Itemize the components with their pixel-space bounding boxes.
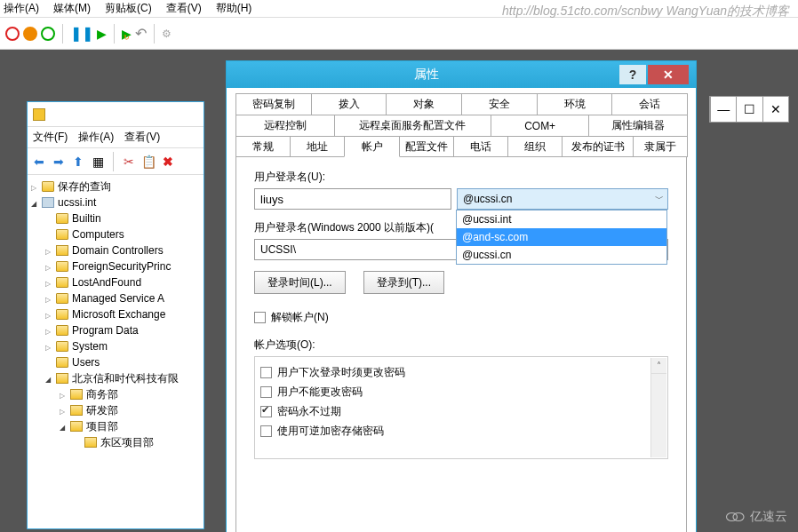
pause-icon[interactable]: ❚❚	[70, 25, 93, 42]
tree-ou[interactable]: 商务部	[86, 387, 118, 402]
account-tab-body: 用户登录名(U): @ucssi.cn ﹀ @ucssi.int @and-sc…	[235, 157, 687, 532]
tab-address[interactable]: 地址	[290, 136, 345, 157]
logon-to-button[interactable]: 登录到(T)...	[363, 271, 444, 294]
tree-container[interactable]: LostAndFound	[72, 276, 141, 289]
tree-container[interactable]: Microsoft Exchange	[72, 308, 165, 321]
copy-icon[interactable]: 📋	[140, 154, 156, 170]
menu-action[interactable]: 操作(A)	[4, 1, 39, 16]
up-icon[interactable]: ⬆	[70, 154, 86, 170]
upn-suffix-dropdown[interactable]: @ucssi.int @and-sc.com @ucssi.cn	[456, 210, 667, 265]
tree-ou[interactable]: 东区项目部	[100, 435, 154, 450]
menu-view[interactable]: 查看(V)	[166, 1, 202, 16]
sam-domain: UCSSI\	[254, 239, 466, 260]
opt-label: 使用可逆加密存储密码	[277, 424, 384, 439]
tree-view[interactable]: 保存的查询 ucssi.int Builtin Computers Domain…	[28, 175, 203, 454]
tab-sessions[interactable]: 会话	[611, 93, 688, 115]
tab-organization[interactable]: 组织	[507, 136, 563, 157]
account-options-list[interactable]: 用户下次登录时须更改密码 用户不能更改密码 密码永不过期 使用可逆加密存储密码 …	[254, 356, 668, 459]
separator	[154, 24, 155, 44]
tab-security[interactable]: 安全	[461, 93, 538, 115]
forward-icon[interactable]: ➡	[51, 154, 67, 170]
tab-telephones[interactable]: 电话	[453, 136, 508, 157]
opt-checkbox[interactable]	[260, 406, 272, 417]
tab-member-of[interactable]: 隶属于	[633, 136, 688, 157]
user-properties-dialog: 属性 ? ✕ 密码复制 拨入 对象 安全 环境 会话 远程控制 远程桌面服务配置…	[226, 60, 697, 532]
tab-complus[interactable]: COM+	[491, 115, 590, 136]
tab-password-replication[interactable]: 密码复制	[235, 93, 312, 115]
tab-account[interactable]: 帐户	[344, 136, 399, 157]
scroll-up-icon[interactable]: ˄	[651, 358, 666, 374]
tree-container[interactable]: Builtin	[72, 212, 101, 225]
upn-suffix-combo[interactable]: @ucssi.cn ﹀ @ucssi.int @and-sc.com @ucss…	[457, 188, 668, 210]
separator	[114, 24, 115, 44]
tab-rds-profile[interactable]: 远程桌面服务配置文件	[334, 115, 491, 136]
menu-help[interactable]: 帮助(H)	[216, 1, 252, 16]
dialog-title: 属性	[234, 67, 619, 83]
opt-checkbox[interactable]	[260, 425, 272, 437]
menu-file[interactable]: 文件(F)	[33, 130, 68, 145]
tab-general[interactable]: 常规	[235, 136, 291, 157]
tab-object[interactable]: 对象	[386, 93, 462, 115]
tree-container[interactable]: Managed Service A	[72, 292, 164, 305]
menu-media[interactable]: 媒体(M)	[53, 1, 91, 16]
window-icon	[33, 108, 45, 121]
unlock-checkbox[interactable]	[254, 312, 266, 323]
tab-dialin[interactable]: 拨入	[311, 93, 387, 115]
tree-container[interactable]: System	[72, 340, 108, 353]
scrollbar[interactable]: ˄	[650, 358, 666, 457]
tree-ou-root[interactable]: 北京信和时代科技有限	[72, 371, 179, 386]
unlock-label: 解锁帐户(N)	[271, 310, 329, 325]
opt-checkbox[interactable]	[260, 367, 272, 378]
menu-view[interactable]: 查看(V)	[124, 130, 160, 145]
back-icon[interactable]: ⬅	[31, 154, 47, 170]
opt-label: 用户下次登录时须更改密码	[277, 365, 405, 380]
separator	[113, 152, 114, 171]
opt-label: 密码永不过期	[277, 404, 341, 419]
cut-icon[interactable]: ✂	[121, 154, 137, 170]
opt-label: 用户不能更改密码	[277, 385, 363, 400]
tree-container[interactable]: Users	[72, 356, 100, 369]
tab-remote-control[interactable]: 远程控制	[235, 115, 335, 136]
tree-saved-queries[interactable]: 保存的查询	[58, 179, 111, 195]
tree-container[interactable]: Computers	[72, 228, 124, 241]
tab-attribute-editor[interactable]: 属性编辑器	[588, 115, 688, 136]
tree-container[interactable]: Domain Controllers	[72, 244, 164, 257]
stop-icon[interactable]	[23, 27, 37, 41]
maximize-button[interactable]: ☐	[736, 97, 762, 122]
dropdown-item[interactable]: @ucssi.int	[457, 210, 666, 228]
menu-action[interactable]: 操作(A)	[78, 130, 114, 145]
dialog-titlebar: 属性 ? ✕	[227, 61, 696, 88]
props-icon[interactable]: ▦	[90, 154, 106, 170]
tab-published-certs[interactable]: 发布的证书	[562, 136, 633, 157]
upn-input[interactable]	[254, 188, 451, 210]
tabs: 密码复制 拨入 对象 安全 环境 会话 远程控制 远程桌面服务配置文件 COM+…	[227, 88, 696, 157]
tree-container[interactable]: Program Data	[72, 324, 139, 337]
upn-suffix-value: @ucssi.cn	[463, 193, 513, 205]
toolbar: ❚❚ ▶ ▶↻ ↶ ⚙	[0, 18, 798, 50]
tree-domain[interactable]: ucssi.int	[58, 196, 96, 209]
tree-ou-project[interactable]: 项目部	[86, 419, 118, 434]
start-icon[interactable]	[41, 27, 55, 41]
tree-ou[interactable]: 研发部	[86, 403, 118, 418]
tab-environment[interactable]: 环境	[537, 93, 613, 115]
dropdown-item[interactable]: @and-sc.com	[457, 228, 666, 246]
menu-clipboard[interactable]: 剪贴板(C)	[105, 1, 152, 16]
logon-hours-button[interactable]: 登录时间(L)...	[254, 271, 346, 294]
vm-desktop: — ☐ ✕ 文件(F) 操作(A) 查看(V) ⬅ ➡ ⬆ ▦ ✂ 📋 ✖ 保存…	[0, 50, 798, 532]
tree-container[interactable]: ForeignSecurityPrinc	[72, 260, 171, 273]
watermark-text: http://blog.51cto.com/scnbwy WangYuan的技术…	[502, 4, 789, 20]
dropdown-item[interactable]: @ucssi.cn	[457, 246, 666, 264]
delete-icon[interactable]: ✖	[160, 154, 176, 170]
help-button[interactable]: ?	[619, 65, 646, 84]
revert-icon[interactable]: ↶	[135, 25, 147, 42]
close-button[interactable]: ✕	[762, 97, 788, 122]
close-button[interactable]: ✕	[648, 65, 689, 84]
separator	[62, 24, 63, 44]
tab-profile[interactable]: 配置文件	[399, 136, 454, 157]
step-icon[interactable]: ▶↻	[122, 27, 132, 41]
minimize-button[interactable]: —	[710, 97, 736, 122]
opt-checkbox[interactable]	[260, 386, 272, 398]
record-icon[interactable]	[5, 27, 20, 41]
settings-icon[interactable]: ⚙	[162, 28, 172, 40]
play-icon[interactable]: ▶	[97, 27, 107, 41]
